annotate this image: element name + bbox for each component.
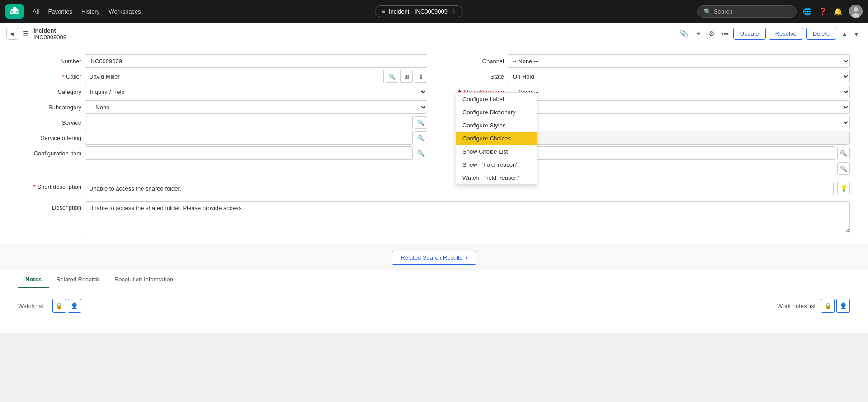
search-bar[interactable]: 🔍 — [697, 5, 797, 18]
short-description-row: Short description 💡 — [18, 182, 850, 195]
service-offering-search-icon[interactable]: 🔍 — [415, 131, 427, 144]
description-row: Description Unable to access the shared … — [18, 201, 850, 233]
incident-pill[interactable]: ≡ Incident - INC0009009 ☆ — [375, 5, 463, 17]
watchlist-label: Watch list — [18, 303, 43, 309]
priority-input — [508, 131, 850, 145]
config-item-input-group: 🔍 — [85, 146, 427, 160]
attachment-icon[interactable]: 📎 — [678, 28, 690, 40]
work-notes-person-icon[interactable]: 👤 — [836, 299, 850, 313]
caller-search-icon[interactable]: 🔍 — [386, 70, 398, 83]
subcategory-row: Subcategory -- None -- — [18, 100, 427, 114]
context-menu-item-watch-hold-reason[interactable]: Watch - 'hold_reason' — [456, 171, 537, 184]
notifications-icon[interactable]: 🔔 — [834, 7, 843, 16]
category-row: Category Inquiry / Help Software Hardwar… — [18, 85, 427, 98]
tab-notes[interactable]: Notes — [18, 271, 49, 288]
settings-icon[interactable]: ⚙ — [707, 28, 717, 40]
caller-input[interactable] — [85, 70, 384, 83]
caller-label: Caller — [18, 73, 81, 80]
nav-all[interactable]: All — [33, 8, 39, 15]
context-menu-item-configure-styles[interactable]: Configure Styles — [456, 119, 537, 132]
watchlist-person-icon[interactable]: 👤 — [68, 299, 81, 313]
assignment-group-search-icon[interactable]: 🔍 — [837, 147, 850, 159]
nav-history[interactable]: History — [81, 8, 99, 15]
config-item-input[interactable] — [85, 146, 413, 160]
short-description-label: Short description — [18, 182, 81, 190]
assigned-to-input[interactable] — [508, 162, 835, 175]
on-hold-reason-select[interactable]: -- None -- Awaiting Caller Awaiting Chan… — [508, 85, 850, 98]
description-textarea[interactable]: Unable to access the shared folder. Plea… — [85, 201, 850, 233]
service-row: Service 🔍 — [18, 116, 427, 129]
subcategory-select[interactable]: -- None -- — [85, 100, 427, 114]
header-actions: 📎 ＋ ⚙ ••• Update Resolve Delete ▲ ▼ — [678, 27, 862, 40]
tab-content: Watch list 🔒 👤 Work notes list 🔒 👤 — [18, 288, 850, 333]
back-button[interactable]: ◀ — [6, 28, 18, 40]
assignment-group-input-group: 🔍 — [508, 146, 850, 160]
service-offering-input[interactable] — [85, 131, 413, 145]
assignment-group-input[interactable] — [508, 146, 835, 160]
work-notes-section: Work notes list 🔒 👤 — [777, 299, 850, 313]
delete-button[interactable]: Delete — [806, 28, 837, 40]
up-arrow-icon[interactable]: ▲ — [839, 29, 850, 39]
caller-info-icon[interactable]: ℹ — [415, 70, 427, 83]
config-item-search-icon[interactable]: 🔍 — [415, 147, 427, 159]
urgency-select[interactable]: -- None -- 1 - High 2 - Medium 3 - Low — [508, 116, 850, 129]
breadcrumb: Incident INC0009009 — [33, 27, 66, 41]
down-arrow-icon[interactable]: ▼ — [851, 29, 862, 39]
more-icon[interactable]: ••• — [719, 28, 731, 40]
related-search-chevron-icon: › — [465, 254, 467, 261]
service-search-icon[interactable]: 🔍 — [415, 116, 427, 129]
tab-related-records[interactable]: Related Records — [49, 271, 107, 288]
form-menu-icon[interactable]: ☰ — [23, 29, 29, 38]
lightbulb-icon[interactable]: 💡 — [837, 182, 850, 194]
watchlist-row: Watch list 🔒 👤 Work notes list 🔒 👤 — [18, 295, 850, 316]
update-button[interactable]: Update — [733, 28, 766, 40]
service-input-group: 🔍 — [85, 116, 427, 129]
favorite-star-icon[interactable]: ☆ — [451, 8, 457, 15]
tabs-bar: Notes Related Records Resolution Informa… — [18, 271, 850, 288]
number-label: Number — [18, 58, 81, 65]
related-search-label: Related Search Results — [401, 254, 463, 261]
number-row: Number — [18, 54, 427, 68]
caller-grid-icon[interactable]: ⊞ — [400, 70, 413, 83]
context-menu-item-configure-label[interactable]: Configure Label — [456, 93, 537, 106]
context-menu-item-show-choice-list[interactable]: Show Choice List — [456, 145, 537, 158]
globe-icon[interactable]: 🌐 — [803, 7, 812, 16]
impact-select[interactable]: -- None -- 1 - High 2 - Medium 3 - Low — [508, 100, 850, 114]
related-search-button[interactable]: Related Search Results › — [392, 251, 477, 265]
search-input[interactable] — [714, 8, 786, 15]
config-item-row: Configuration item 🔍 — [18, 146, 427, 160]
breadcrumb-number: INC0009009 — [33, 34, 66, 41]
tabs-section: Notes Related Records Resolution Informa… — [0, 271, 868, 333]
subcategory-label: Subcategory — [18, 104, 81, 111]
svg-point-3 — [852, 13, 859, 18]
nav-right-section: 🔍 🌐 ❓ 🔔 — [697, 5, 863, 18]
logo[interactable]: now — [5, 4, 24, 19]
add-icon[interactable]: ＋ — [693, 27, 704, 40]
category-select[interactable]: Inquiry / Help Software Hardware Network — [85, 85, 427, 98]
service-offering-row: Service offering 🔍 — [18, 131, 427, 145]
state-row: State New In Progress On Hold Resolved C… — [441, 70, 850, 83]
service-input[interactable] — [85, 116, 413, 129]
context-menu-item-configure-choices[interactable]: Configure Choices — [456, 132, 537, 145]
top-navigation: now All Favorites History Workspaces ≡ I… — [0, 0, 868, 23]
nav-favorites[interactable]: Favorites — [48, 8, 72, 15]
watchlist-lock-icon[interactable]: 🔒 — [52, 299, 66, 313]
nav-workspaces[interactable]: Workspaces — [108, 8, 141, 15]
service-offering-label: Service offering — [18, 135, 81, 141]
nav-arrows: ▲ ▼ — [839, 29, 862, 39]
service-label: Service — [18, 119, 81, 126]
form-left-column: Number Caller 🔍 ⊞ ℹ Category Inquiry / H… — [18, 54, 427, 177]
help-icon[interactable]: ❓ — [818, 7, 827, 16]
resolve-button[interactable]: Resolve — [769, 28, 803, 40]
assigned-to-search-icon[interactable]: 🔍 — [837, 162, 850, 175]
work-notes-icons: 🔒 👤 — [821, 299, 850, 313]
related-search-section: Related Search Results › — [0, 244, 868, 271]
avatar[interactable] — [849, 5, 863, 18]
context-menu-item-show-hold-reason[interactable]: Show - 'hold_reason' — [456, 158, 537, 171]
state-select[interactable]: New In Progress On Hold Resolved Closed — [508, 70, 850, 83]
context-menu-item-configure-dictionary[interactable]: Configure Dictionary — [456, 106, 537, 119]
number-input[interactable] — [85, 54, 427, 68]
tab-resolution-information[interactable]: Resolution Information — [107, 271, 180, 288]
work-notes-lock-icon[interactable]: 🔒 — [821, 299, 835, 313]
channel-select[interactable]: -- None -- Email Phone Web — [508, 54, 850, 68]
